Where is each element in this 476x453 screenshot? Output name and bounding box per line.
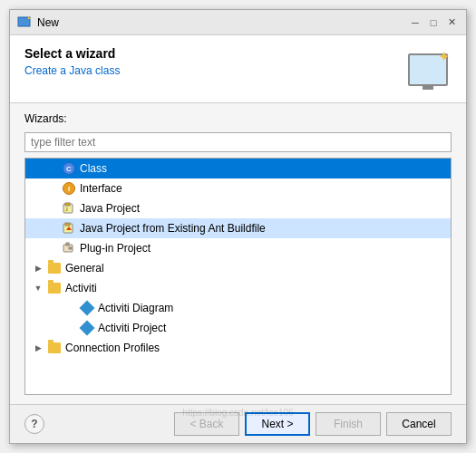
interface-label: Interface: [80, 182, 122, 195]
header-title: Select a wizard: [24, 46, 404, 61]
dialog-icon: [17, 15, 32, 30]
activiti-project-icon: [80, 321, 94, 335]
header-image: ✦: [404, 46, 452, 93]
java-project-icon: J: [62, 201, 76, 216]
plugin-icon: [62, 241, 76, 255]
new-wizard-dialog: New ─ □ ✕ Select a wizard Create a Java …: [9, 9, 467, 444]
interface-icon: I: [62, 181, 76, 196]
header-subtitle: Create a Java class: [24, 64, 404, 77]
tree-item-plugin[interactable]: Plug-in Project: [25, 238, 451, 258]
connection-folder-icon: [47, 341, 62, 355]
header-text: Select a wizard Create a Java class: [24, 46, 404, 77]
activiti-label: Activiti: [65, 282, 97, 294]
tree-item-activiti-project[interactable]: Activiti Project: [25, 318, 451, 338]
minimize-button[interactable]: ─: [408, 15, 423, 30]
tree-item-class[interactable]: C Class: [25, 159, 451, 178]
svg-rect-4: [65, 203, 70, 206]
next-button[interactable]: Next >: [245, 412, 310, 436]
connection-profiles-label: Connection Profiles: [65, 342, 160, 354]
svg-rect-11: [69, 247, 72, 249]
finish-button[interactable]: Finish: [316, 412, 381, 436]
maximize-button[interactable]: □: [426, 15, 441, 30]
general-arrow: ▶: [33, 263, 44, 274]
back-button[interactable]: < Back: [174, 412, 239, 436]
activiti-arrow: ▼: [33, 283, 44, 294]
class-label: Class: [80, 162, 107, 175]
expand-placeholder: [47, 163, 58, 174]
dialog-header: Select a wizard Create a Java class ✦: [10, 35, 466, 103]
help-button[interactable]: ?: [24, 414, 44, 434]
java-ant-icon: [62, 221, 76, 236]
filter-input[interactable]: [24, 132, 452, 152]
java-ant-label: Java Project from Existing Ant Buildfile: [80, 222, 266, 235]
general-label: General: [65, 262, 104, 275]
tree-item-java-ant[interactable]: Java Project from Existing Ant Buildfile: [25, 218, 451, 238]
svg-text:J: J: [65, 207, 68, 212]
svg-marker-2: [28, 16, 31, 19]
expand-placeholder: [47, 203, 58, 214]
star-icon: ✦: [438, 48, 450, 65]
expand-placeholder: [47, 243, 58, 254]
cancel-button[interactable]: Cancel: [386, 412, 452, 436]
activiti-folder-icon: [47, 281, 62, 295]
activiti-diagram-label: Activiti Diagram: [98, 302, 173, 314]
tree-item-connection-profiles[interactable]: ▶ Connection Profiles: [25, 338, 451, 358]
wizard-tree[interactable]: C Class I Interface J: [24, 158, 452, 395]
svg-rect-10: [66, 243, 69, 246]
wizards-label: Wizards:: [24, 112, 452, 125]
tree-item-java-project[interactable]: J Java Project: [25, 198, 451, 218]
close-button[interactable]: ✕: [444, 15, 459, 30]
tree-item-activiti-diagram[interactable]: Activiti Diagram: [25, 298, 451, 318]
expand-placeholder: [65, 323, 76, 333]
activiti-diagram-icon: [80, 301, 94, 315]
java-project-label: Java Project: [80, 202, 140, 215]
general-folder-icon: [47, 261, 62, 275]
expand-placeholder: [47, 223, 58, 234]
dialog-footer: ? < Back Next > Finish Cancel: [10, 404, 466, 443]
title-bar: New ─ □ ✕: [10, 10, 466, 35]
dialog-title: New: [37, 16, 403, 29]
connection-arrow: ▶: [33, 342, 44, 353]
plugin-label: Plug-in Project: [80, 242, 151, 255]
window-controls: ─ □ ✕: [408, 15, 459, 30]
tree-item-interface[interactable]: I Interface: [25, 178, 451, 198]
activiti-project-label: Activiti Project: [98, 322, 166, 334]
expand-placeholder: [47, 183, 58, 194]
tree-item-general[interactable]: ▶ General: [25, 258, 451, 278]
class-icon: C: [62, 161, 76, 176]
tree-item-activiti[interactable]: ▼ Activiti: [25, 278, 451, 298]
dialog-body: Wizards: C Class I Interface: [10, 103, 466, 404]
svg-rect-7: [65, 223, 70, 226]
expand-placeholder: [65, 303, 76, 313]
